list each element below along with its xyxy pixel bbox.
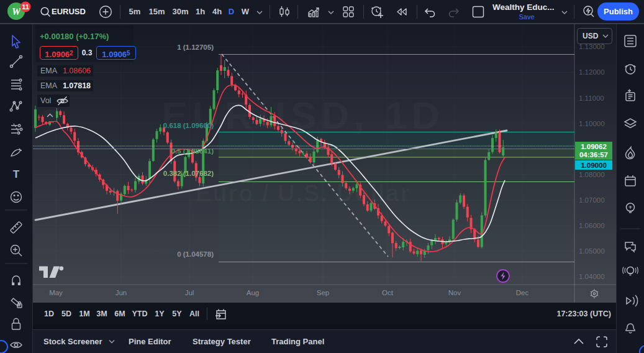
- svg-text:Nov: Nov: [448, 289, 461, 296]
- svg-text:1.06000: 1.06000: [579, 222, 605, 229]
- svg-text:1.09062: 1.09062: [581, 143, 607, 150]
- svg-text:1.12000: 1.12000: [579, 68, 605, 76]
- svg-text:Jun: Jun: [116, 289, 127, 296]
- svg-text:1.10000: 1.10000: [579, 120, 605, 127]
- svg-text:0.5 (1.08641): 0.5 (1.08641): [171, 147, 214, 155]
- svg-text:Oct: Oct: [382, 289, 394, 296]
- svg-text:USD: USD: [583, 32, 599, 40]
- svg-text:Dec: Dec: [516, 289, 529, 296]
- svg-text:1.09000: 1.09000: [581, 162, 607, 169]
- svg-text:1.05000: 1.05000: [579, 247, 605, 255]
- svg-text:T: T: [13, 168, 20, 180]
- svg-text:1.11000: 1.11000: [579, 94, 604, 102]
- svg-text:04:36:57: 04:36:57: [579, 151, 608, 158]
- svg-text:11: 11: [22, 3, 29, 11]
- svg-text:1.08000: 1.08000: [579, 171, 605, 178]
- svg-text:0 (1.04578): 0 (1.04578): [177, 250, 214, 258]
- svg-text:May: May: [49, 289, 63, 296]
- svg-text:Jul: Jul: [185, 289, 194, 296]
- svg-text:0.382 (1.07682): 0.382 (1.07682): [163, 170, 214, 177]
- svg-text:Aug: Aug: [247, 289, 259, 296]
- svg-text:1 (1.12705): 1 (1.12705): [177, 44, 214, 51]
- svg-text:1.07000: 1.07000: [579, 196, 605, 204]
- svg-text:Sep: Sep: [317, 289, 329, 296]
- svg-text:1.04000: 1.04000: [579, 273, 605, 280]
- svg-text:0.618 (1.09600): 0.618 (1.09600): [163, 122, 214, 129]
- svg-text:W: W: [12, 6, 22, 17]
